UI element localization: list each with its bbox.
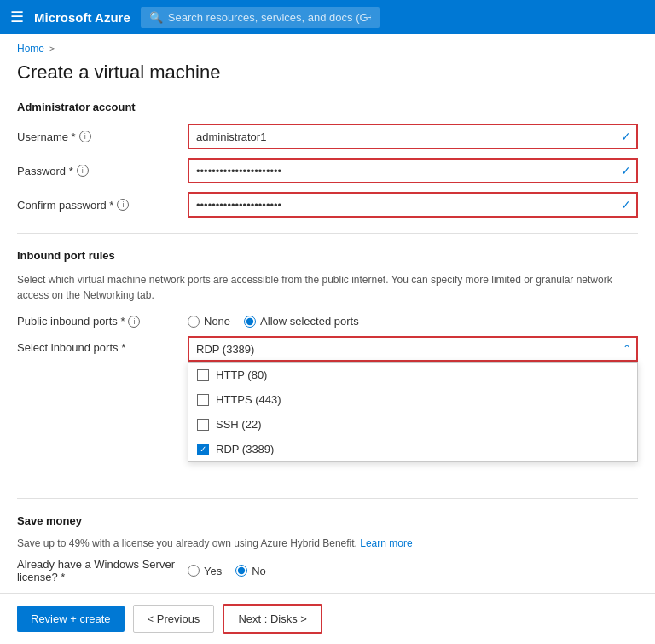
breadcrumb-home[interactable]: Home	[17, 43, 44, 55]
license-row: Already have a Windows Server license? *…	[17, 558, 638, 583]
radio-allow-label: Allow selected ports	[260, 315, 359, 328]
radio-yes[interactable]: Yes	[188, 565, 222, 577]
dropdown-item-ssh[interactable]: SSH (22)	[188, 412, 637, 437]
confirm-password-label: Confirm password * i	[17, 199, 188, 212]
radio-no[interactable]: No	[235, 565, 266, 577]
confirm-password-check-icon: ✓	[621, 198, 631, 212]
dropdown-item-http-label: HTTP (80)	[216, 368, 267, 381]
checkbox-ssh[interactable]	[197, 419, 209, 431]
radio-none-label: None	[204, 315, 230, 328]
previous-button[interactable]: < Previous	[133, 605, 215, 633]
password-label: Password * i	[17, 165, 188, 177]
save-money-title: Save money	[17, 514, 638, 527]
public-ports-label: Public inbound ports * i	[17, 315, 188, 328]
hamburger-menu-icon[interactable]: ☰	[10, 8, 24, 26]
radio-allow-input[interactable]	[244, 316, 256, 328]
password-check-icon: ✓	[621, 164, 631, 177]
dropdown-menu: HTTP (80) HTTPS (443) SSH (22) RDP (3389…	[188, 362, 638, 462]
confirm-password-input[interactable]	[188, 192, 638, 218]
public-ports-row: Public inbound ports * i None Allow sele…	[17, 315, 638, 328]
confirm-password-info-icon[interactable]: i	[117, 199, 129, 211]
review-create-button[interactable]: Review + create	[17, 606, 125, 632]
next-button[interactable]: Next : Disks >	[223, 604, 322, 634]
search-icon: 🔍	[149, 11, 163, 24]
checkbox-https[interactable]	[197, 394, 209, 406]
username-field: ✓	[188, 124, 638, 149]
dropdown-trigger[interactable]: RDP (3389) ⌃	[188, 336, 638, 362]
radio-no-input[interactable]	[235, 565, 247, 577]
breadcrumb-separator: >	[49, 44, 55, 54]
public-ports-radio-group: None Allow selected ports	[188, 315, 359, 328]
username-info-icon[interactable]: i	[79, 131, 91, 142]
admin-account-title: Administrator account	[17, 101, 638, 113]
dropdown-item-https-label: HTTPS (443)	[216, 393, 281, 406]
top-navigation: ☰ Microsoft Azure 🔍	[0, 0, 655, 34]
confirm-password-field: ✓	[188, 192, 638, 218]
inbound-rules-description: Select which virtual machine network por…	[17, 272, 638, 303]
search-box[interactable]: 🔍	[141, 7, 380, 28]
select-ports-row: Select inbound ports * RDP (3389) ⌃ HTTP…	[17, 336, 638, 362]
page-title: Create a virtual machine	[17, 61, 638, 84]
main-content: Create a virtual machine Administrator a…	[0, 58, 655, 644]
dropdown-item-rdp[interactable]: RDP (3389)	[188, 437, 637, 461]
inbound-rules-title: Inbound port rules	[17, 249, 638, 262]
password-row: Password * i ✓	[17, 158, 638, 183]
username-check-icon: ✓	[621, 130, 631, 143]
license-radio-group: Yes No	[188, 565, 266, 577]
dropdown-item-http[interactable]: HTTP (80)	[188, 363, 637, 387]
username-label: Username * i	[17, 131, 188, 143]
select-ports-dropdown[interactable]: RDP (3389) ⌃ HTTP (80) HTTPS (443) SSH (…	[188, 336, 638, 362]
learn-more-link[interactable]: Learn more	[360, 537, 412, 549]
password-info-icon[interactable]: i	[77, 165, 89, 177]
username-input[interactable]	[188, 124, 638, 149]
public-ports-info-icon[interactable]: i	[128, 316, 140, 328]
inbound-rules-section: Inbound port rules Select which virtual …	[17, 249, 638, 362]
dropdown-item-ssh-label: SSH (22)	[216, 418, 261, 431]
radio-yes-label: Yes	[204, 565, 222, 577]
footer: Review + create < Previous Next : Disks …	[0, 593, 655, 644]
radio-none[interactable]: None	[188, 315, 230, 328]
save-money-description: Save up to 49% with a license you alread…	[17, 537, 638, 549]
dropdown-arrow-icon: ⌃	[623, 343, 631, 355]
search-input[interactable]	[168, 11, 371, 24]
license-label: Already have a Windows Server license? *	[17, 558, 188, 583]
select-ports-label: Select inbound ports *	[17, 336, 188, 354]
dropdown-item-rdp-label: RDP (3389)	[216, 443, 274, 455]
radio-no-label: No	[252, 565, 266, 577]
dropdown-item-https[interactable]: HTTPS (443)	[188, 387, 637, 412]
breadcrumb: Home >	[0, 34, 655, 58]
radio-none-input[interactable]	[188, 316, 200, 328]
checkbox-http[interactable]	[197, 369, 209, 381]
password-input[interactable]	[188, 158, 638, 183]
dropdown-selected-value: RDP (3389)	[196, 343, 254, 356]
username-row: Username * i ✓	[17, 124, 638, 149]
save-money-section: Save money Save up to 49% with a license…	[17, 514, 638, 606]
radio-allow[interactable]: Allow selected ports	[244, 315, 359, 328]
confirm-password-row: Confirm password * i ✓	[17, 192, 638, 218]
checkbox-rdp[interactable]	[197, 444, 209, 455]
admin-account-section: Administrator account Username * i ✓ Pas…	[17, 101, 638, 218]
brand-name: Microsoft Azure	[34, 10, 130, 25]
password-field: ✓	[188, 158, 638, 183]
radio-yes-input[interactable]	[188, 565, 200, 577]
